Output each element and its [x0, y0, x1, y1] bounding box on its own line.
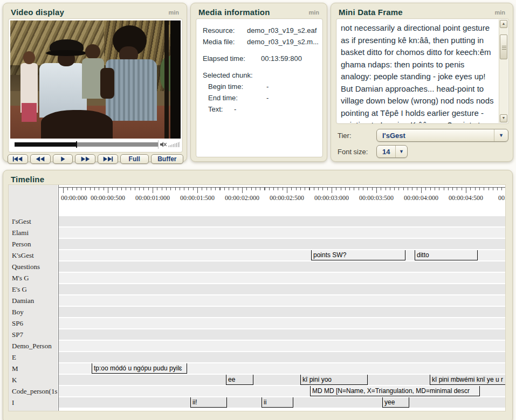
media-minimize-button[interactable]: min [308, 9, 319, 16]
seek-bar[interactable] [15, 142, 158, 147]
annotation-box[interactable]: ee [226, 375, 253, 385]
mini-data-text-area[interactable]: not necessarily a directional point gest… [336, 18, 509, 124]
tier-label[interactable]: E [12, 352, 57, 363]
ruler-time-label: 00:0 [498, 194, 506, 202]
timeline-row[interactable] [59, 239, 505, 249]
ruler-time-label: 00:00:000 [61, 194, 87, 202]
video-panel-header: Video display min [3, 3, 187, 19]
ruler-time-label: 00:00:03:500 [359, 194, 394, 202]
tier-label[interactable]: Boy [12, 306, 57, 318]
annotation-box[interactable]: ii [262, 397, 293, 408]
tier-select[interactable]: I'sGest ▼ [376, 129, 508, 142]
timeline-row[interactable] [59, 341, 505, 351]
timeline-row[interactable] [59, 273, 505, 283]
annotation-box[interactable]: points SW? [311, 250, 405, 260]
tier-label[interactable]: Elami [12, 227, 57, 238]
skip-to-start-button[interactable] [8, 154, 28, 164]
video-panel-title: Video display [11, 8, 64, 17]
full-button[interactable]: Full [120, 154, 149, 164]
tier-label[interactable]: I [12, 397, 57, 408]
font-size-value: 14 [382, 148, 390, 156]
tier-label[interactable]: Damian [12, 295, 57, 306]
child-left-skirt [22, 103, 37, 122]
annotation-box[interactable]: ii! [190, 397, 227, 408]
tier-label[interactable]: K [12, 374, 57, 385]
mini-minimize-button[interactable]: min [494, 9, 505, 16]
tier-label[interactable]: SP6 [12, 318, 57, 329]
media-panel-header: Media information min [191, 3, 327, 19]
buffer-button[interactable]: Buffer [151, 154, 183, 164]
annotation-box[interactable]: kî pini yoo [300, 375, 368, 385]
video-player [8, 18, 183, 153]
timeline-row[interactable] [59, 318, 505, 328]
timeline-panel-header: Timeline [3, 170, 512, 186]
ruler-time-label: 00:00:02:500 [270, 194, 304, 202]
volume-area [158, 140, 180, 149]
tier-row: Tier: I'sGest ▼ [338, 129, 508, 142]
text-value: - [234, 105, 236, 113]
dark-edge-right [170, 20, 181, 139]
tier-label[interactable]: Code_person(1s [12, 385, 57, 397]
begin-time-label: Begin time: [208, 82, 266, 91]
timeline-row[interactable] [59, 352, 505, 362]
mini-scrollbar[interactable]: ▲ ▼ [499, 19, 508, 123]
annotation-box[interactable]: yee [382, 397, 409, 408]
font-size-label: Font size: [338, 148, 376, 156]
media-info-box: Resource:demo_r03_v19_s2.eaf Media file:… [196, 18, 323, 157]
tier-label[interactable]: Person [12, 238, 57, 250]
play-button[interactable] [53, 154, 73, 164]
ruler-time-label: 00:00:01:500 [180, 194, 215, 202]
video-display-panel: Video display min [3, 3, 187, 162]
mini-panel-header: Mini Data Frame min [331, 3, 513, 19]
ruler-time-label: 00:00:00:500 [91, 194, 125, 202]
tier-label[interactable]: M [12, 363, 57, 374]
scrollbar-thumb[interactable] [500, 35, 507, 59]
timeline-row[interactable] [59, 216, 505, 226]
seek-progress [15, 142, 76, 147]
ruler-major-ticks [63, 187, 505, 193]
fast-forward-button[interactable] [75, 154, 95, 164]
end-time-label: End time: [208, 94, 266, 102]
volume-bars-icon[interactable] [168, 141, 180, 148]
skip-to-end-button[interactable] [98, 154, 118, 164]
end-time-value: - [266, 94, 269, 102]
timeline-row[interactable] [59, 284, 505, 294]
scroll-up-icon[interactable]: ▲ [500, 20, 507, 28]
mute-icon[interactable] [160, 141, 167, 148]
pole [164, 20, 169, 139]
timeline-row[interactable] [59, 329, 505, 340]
timeline-content: I'sGestElamiPersonK'sGestQuestionsM's GE… [8, 184, 506, 411]
timeline-row[interactable] [59, 307, 505, 317]
elapsed-time-value: 00:13:59:800 [261, 54, 302, 63]
tier-label[interactable]: SP7 [12, 329, 57, 340]
tier-label[interactable]: M's G [12, 272, 57, 284]
scroll-down-icon[interactable]: ▼ [500, 114, 507, 122]
annotation-box[interactable]: kî pini mbwémi knî ye u r [430, 375, 506, 385]
man-left-shirt [39, 63, 87, 118]
tier-label[interactable]: Questions [12, 261, 57, 272]
timeline-row[interactable] [59, 228, 505, 238]
media-information-panel: Media information min Resource:demo_r03_… [190, 3, 327, 162]
video-frame[interactable] [10, 20, 181, 139]
annotation-box[interactable]: MD MD [N=Name, X=Triangulation, MD=minim… [310, 386, 480, 396]
video-minimize-button[interactable]: min [168, 9, 179, 16]
mini-data-text: not necessarily a directional point gest… [341, 23, 494, 124]
ruler-time-label: 00:00:04:500 [449, 194, 483, 202]
ruler-time-label: 00:00:01:000 [135, 194, 170, 202]
man-left-hat-brim [46, 50, 87, 56]
rewind-button[interactable] [30, 154, 51, 164]
timeline-row[interactable] [59, 261, 505, 272]
tier-label[interactable]: Demo_Person [12, 340, 57, 352]
tier-label[interactable]: I'sGest [12, 216, 57, 227]
font-size-select[interactable]: 14 ▼ [376, 145, 408, 158]
annotation-box[interactable]: ditto [415, 250, 478, 260]
man-right-arm [100, 68, 114, 99]
transport-controls: Full Buffer [8, 154, 183, 164]
tier-label[interactable]: E's G [12, 284, 57, 295]
seek-playhead[interactable] [76, 141, 77, 148]
timeline-row[interactable] [59, 295, 505, 306]
mini-panel-title: Mini Data Frame [339, 8, 403, 17]
tier-label: Tier: [338, 132, 376, 140]
tier-label[interactable]: K'sGest [12, 250, 57, 261]
annotation-box[interactable]: tp:oo módó u ngópu pudu pyilɛ [92, 363, 187, 374]
